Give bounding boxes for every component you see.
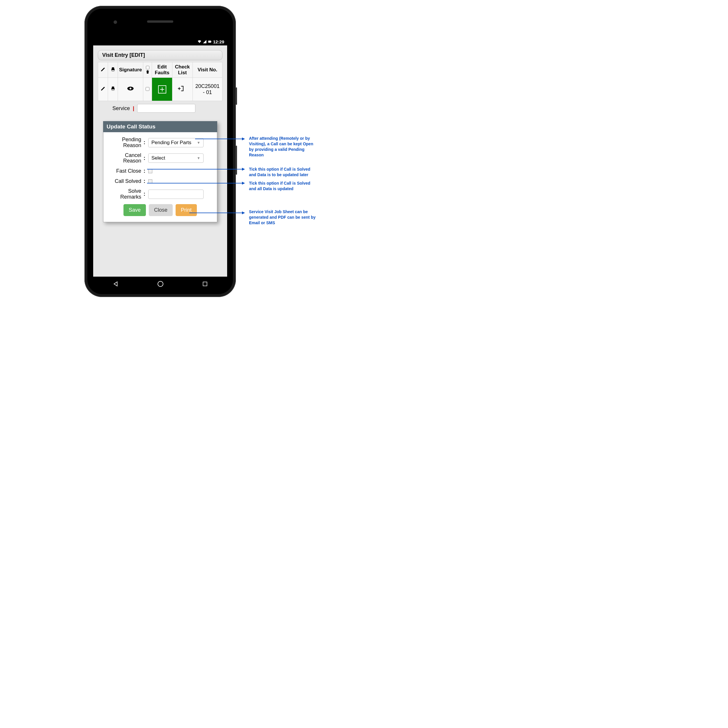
pending-reason-label: Pending Reason [109,137,141,148]
phone-camera [113,20,117,24]
svg-rect-3 [112,67,114,69]
header-signature: Signature [118,62,143,78]
call-solved-label: Call Solved [109,179,141,184]
close-button[interactable]: Close [149,204,173,216]
row-select-cell[interactable] [143,78,152,101]
row-print-cell[interactable] [108,78,118,101]
required-marker: | [133,106,134,112]
add-fault-icon [158,85,166,93]
printer-icon [110,86,116,91]
pencil-icon [101,67,106,72]
row-visit-no: 20C25001 - 01 [193,78,222,101]
pencil-icon [101,86,106,91]
svg-rect-4 [112,70,114,71]
annotation-call-solved: Tick this option if Call is Solved and a… [249,180,316,192]
service-label: Service [112,106,130,112]
dialog-title: Update Call Status [103,121,217,132]
table-header-row: Signature Edit Faults Check List Visit N… [98,62,222,78]
wifi-icon [197,40,202,44]
side-button [236,145,237,175]
battery-icon [208,40,212,44]
row-edit-cell[interactable] [98,78,108,101]
header-check-list: Check List [172,62,193,78]
chevron-down-icon: ▼ [197,156,200,160]
row-edit-faults-cell[interactable] [152,78,172,101]
select-all-checkbox[interactable] [146,66,149,69]
screen: 12:29 Visit Entry [EDIT] Signature [93,38,227,277]
annotation-arrow [147,183,245,184]
fast-close-checkbox[interactable] [148,169,152,173]
annotation-pending: After attending (Remotely or by Visiting… [249,136,316,158]
header-visit-no: Visit No. [193,62,222,78]
annotation-arrow [147,169,245,170]
service-select[interactable] [137,104,196,113]
header-edit [98,62,108,78]
android-nav-bar [93,277,227,291]
svg-rect-0 [208,41,211,43]
row-checklist-cell[interactable] [172,78,193,101]
svg-rect-11 [203,282,207,286]
cancel-reason-value: Select [151,155,165,161]
signal-icon [203,40,207,44]
phone-speaker [147,20,173,23]
pending-reason-value: Pending For Parts [151,140,191,145]
solve-remarks-input[interactable] [148,190,203,199]
svg-point-10 [158,281,163,286]
page-title: Visit Entry [EDIT] [98,50,222,60]
annotation-fast-close: Tick this option if Call is Solved and D… [249,167,316,177]
cancel-reason-select[interactable]: Select ▼ [148,153,203,163]
trash-icon[interactable] [145,70,150,74]
visit-table: Signature Edit Faults Check List Visit N… [98,62,222,101]
svg-rect-7 [112,89,114,90]
side-button [236,87,237,105]
pending-reason-select[interactable]: Pending For Parts ▼ [148,138,203,147]
status-time: 12:29 [213,39,224,44]
print-button[interactable]: Print [176,204,197,216]
row-checkbox[interactable] [145,87,149,91]
header-checkbox-delete [143,62,152,78]
table-row: 20C25001 - 01 [98,78,222,101]
annotation-arrow [195,139,245,139]
svg-rect-6 [112,87,114,88]
phone-frame: 12:29 Visit Entry [EDIT] Signature [84,6,236,297]
home-icon[interactable] [157,280,164,288]
cancel-reason-label: Cancel Reason [109,153,141,164]
annotation-print: Service Visit Job Sheet can be generated… [249,209,316,226]
save-button[interactable]: Save [124,204,146,216]
fast-close-label: Fast Close [109,168,141,174]
back-icon[interactable] [112,281,119,287]
service-row: Service | [98,104,222,113]
solve-remarks-label: Solve Remarks [109,188,141,200]
chevron-down-icon: ▼ [197,141,200,145]
header-edit-faults: Edit Faults [152,62,172,78]
svg-point-9 [130,88,132,90]
eye-icon [127,85,134,92]
android-status-bar: 12:29 [93,38,227,46]
update-call-status-dialog: Update Call Status Pending Reason : Pend… [103,121,217,222]
header-print [108,62,118,78]
printer-icon [110,67,116,72]
recent-apps-icon[interactable] [202,281,208,287]
row-signature-cell[interactable] [118,78,143,101]
add-checklist-icon [181,86,184,91]
annotation-arrow [189,213,245,213]
